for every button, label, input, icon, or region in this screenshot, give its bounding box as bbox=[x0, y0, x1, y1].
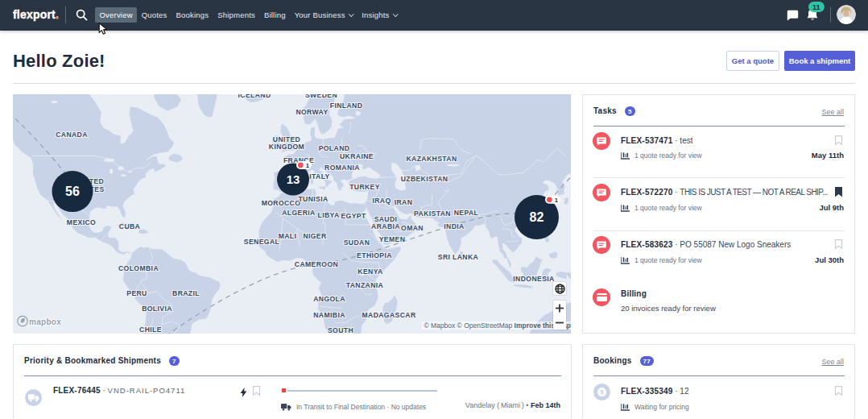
svg-text:SWEDEN: SWEDEN bbox=[305, 94, 337, 99]
svg-text:ARABIA: ARABIA bbox=[371, 222, 400, 230]
svg-text:56: 56 bbox=[65, 185, 80, 198]
svg-text:MALI: MALI bbox=[279, 232, 297, 240]
svg-text:INDONESIA: INDONESIA bbox=[513, 275, 554, 283]
svg-text:82: 82 bbox=[530, 210, 544, 224]
svg-text:ITALY: ITALY bbox=[309, 172, 329, 180]
svg-text:ALGERIA: ALGERIA bbox=[282, 209, 315, 217]
svg-text:$: $ bbox=[600, 388, 604, 396]
svg-text:SOUTH: SOUTH bbox=[328, 326, 353, 334]
svg-text:ICELAND: ICELAND bbox=[238, 94, 271, 99]
svg-text:CAMEROON: CAMEROON bbox=[295, 260, 338, 268]
svg-text:NIGER: NIGER bbox=[303, 232, 327, 240]
svg-text:1: 1 bbox=[306, 162, 309, 169]
svg-text:SRI LANKA: SRI LANKA bbox=[438, 253, 478, 261]
svg-text:SENEGAL: SENEGAL bbox=[244, 238, 279, 246]
svg-text:IRAQ: IRAQ bbox=[372, 197, 391, 205]
svg-text:ANGOLA: ANGOLA bbox=[313, 295, 345, 303]
svg-text:LIBYA: LIBYA bbox=[318, 211, 340, 219]
svg-text:MOROCCO: MOROCCO bbox=[262, 199, 301, 207]
svg-text:13: 13 bbox=[287, 172, 300, 186]
svg-text:NEPAL: NEPAL bbox=[454, 209, 479, 217]
svg-text:FINLAND: FINLAND bbox=[330, 102, 363, 110]
svg-text:MADAGASCAR: MADAGASCAR bbox=[362, 311, 415, 319]
svg-text:OMAN: OMAN bbox=[401, 224, 424, 232]
svg-text:UKRAINE: UKRAINE bbox=[340, 152, 374, 160]
svg-text:mapbox: mapbox bbox=[29, 317, 61, 326]
svg-text:CHILE: CHILE bbox=[139, 326, 162, 334]
svg-text:1: 1 bbox=[555, 197, 558, 204]
svg-text:KENYA: KENYA bbox=[358, 268, 382, 276]
svg-text:YEMEN: YEMEN bbox=[379, 235, 406, 243]
svg-text:CUBA: CUBA bbox=[119, 222, 140, 230]
svg-text:NAMIBIA: NAMIBIA bbox=[313, 311, 345, 319]
svg-text:PAKISTAN: PAKISTAN bbox=[414, 210, 451, 218]
svg-text:NORWAY: NORWAY bbox=[296, 108, 328, 116]
svg-text:MEXICO: MEXICO bbox=[67, 218, 96, 226]
svg-text:IRAN: IRAN bbox=[395, 198, 413, 206]
svg-text:EGYPT: EGYPT bbox=[341, 212, 366, 220]
svg-text:PERU: PERU bbox=[126, 289, 147, 297]
svg-text:CANADA: CANADA bbox=[56, 131, 88, 139]
svg-text:KINGDOM: KINGDOM bbox=[269, 143, 304, 151]
svg-text:ROMANIA: ROMANIA bbox=[324, 164, 360, 172]
svg-text:UZBEKISTAN: UZBEKISTAN bbox=[401, 175, 448, 183]
svg-text:TANZANIA: TANZANIA bbox=[346, 281, 383, 289]
svg-text:INDIA: INDIA bbox=[444, 222, 464, 230]
svg-text:KAZAKHSTAN: KAZAKHSTAN bbox=[406, 155, 457, 163]
svg-text:TUNISIA: TUNISIA bbox=[298, 195, 328, 203]
svg-text:TURKEY: TURKEY bbox=[349, 183, 380, 191]
svg-text:COLOMBIA: COLOMBIA bbox=[118, 264, 159, 272]
svg-text:BOLIVIA: BOLIVIA bbox=[142, 305, 172, 313]
svg-text:SUDAN: SUDAN bbox=[344, 239, 370, 247]
svg-text:ETHIOPIA: ETHIOPIA bbox=[357, 251, 392, 259]
svg-text:BRAZIL: BRAZIL bbox=[172, 289, 200, 297]
svg-text:POLAND: POLAND bbox=[319, 144, 350, 152]
